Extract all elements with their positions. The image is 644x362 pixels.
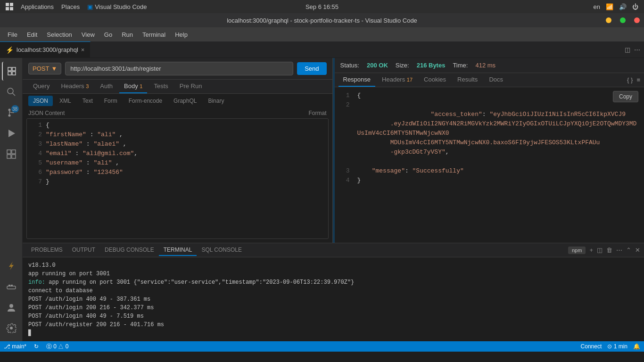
resp-tab-response[interactable]: Response bbox=[339, 73, 376, 87]
grid-icon[interactable] bbox=[6, 3, 13, 10]
activity-bar: 38 bbox=[0, 58, 23, 341]
menu-run[interactable]: Run bbox=[118, 29, 137, 40]
term-line-1: v18.13.0 bbox=[28, 261, 638, 270]
workspace: 38 bbox=[0, 58, 644, 352]
add-terminal-icon[interactable]: + bbox=[589, 247, 593, 254]
close-terminal-icon[interactable]: ✕ bbox=[635, 247, 640, 254]
svg-point-18 bbox=[9, 304, 13, 308]
sync-icon[interactable]: ↻ bbox=[34, 343, 39, 350]
tab-close-button[interactable]: × bbox=[81, 46, 85, 53]
activity-explorer[interactable] bbox=[2, 62, 21, 81]
resp-tab-actions: { } ≡ bbox=[627, 76, 640, 83]
menu-view[interactable]: View bbox=[78, 29, 99, 40]
term-line-3: info: app running on port 3001 {"service… bbox=[28, 278, 638, 287]
activity-account[interactable] bbox=[2, 298, 21, 317]
method-dropdown[interactable]: POST ▼ bbox=[28, 63, 61, 74]
svg-rect-2 bbox=[8, 72, 11, 75]
power-icon: ⏻ bbox=[632, 3, 638, 10]
more-resp-icon[interactable]: ≡ bbox=[636, 76, 640, 83]
body-tab-graphql[interactable]: GraphQL bbox=[169, 96, 201, 106]
status-value: 200 OK bbox=[367, 62, 388, 69]
activity-extensions[interactable] bbox=[2, 145, 21, 164]
maximize-button[interactable] bbox=[616, 13, 630, 27]
body-badge: 1 bbox=[140, 83, 142, 89]
split-editor-icon[interactable]: ◫ bbox=[625, 46, 630, 53]
tab-tests[interactable]: Tests bbox=[149, 80, 173, 93]
vscode-taskbar[interactable]: ▣ Visual Studio Code bbox=[87, 3, 147, 10]
tab-body[interactable]: Body 1 bbox=[119, 80, 147, 93]
more-terminal-icon[interactable]: ⋯ bbox=[616, 247, 622, 254]
kill-terminal-icon[interactable]: 🗑 bbox=[606, 247, 612, 254]
tab-pre-run[interactable]: Pre Run bbox=[175, 80, 207, 93]
svg-point-7 bbox=[8, 115, 10, 117]
svg-rect-10 bbox=[7, 150, 11, 154]
window-controls[interactable] bbox=[602, 13, 644, 27]
resp-tab-docs[interactable]: Docs bbox=[484, 73, 508, 87]
send-button[interactable]: Send bbox=[297, 62, 326, 75]
menu-go[interactable]: Go bbox=[100, 29, 116, 40]
bottom-bar-right: Connect ⊙ 1 min 🔔 bbox=[581, 343, 640, 350]
minimize-button[interactable] bbox=[602, 13, 616, 27]
wifi-icon: 📶 bbox=[606, 3, 613, 10]
lang-indicator: en bbox=[594, 3, 600, 10]
terminal-tab-problems[interactable]: PROBLEMS bbox=[26, 245, 67, 256]
menu-terminal[interactable]: Terminal bbox=[139, 29, 169, 40]
svg-rect-16 bbox=[8, 285, 10, 286]
tab-bar: ⚡ localhost:3000/graphql × ◫ ⋯ bbox=[0, 41, 644, 58]
terminal-tab-debug[interactable]: DEBUG CONSOLE bbox=[100, 245, 159, 256]
json-editor[interactable]: 1 { 2 "firstName" : "ali" , 3 bbox=[26, 118, 329, 239]
terminal-tab-terminal[interactable]: TERMINAL bbox=[159, 245, 197, 256]
body-tab-text[interactable]: Text bbox=[78, 96, 98, 106]
body-tab-form[interactable]: Form bbox=[99, 96, 122, 106]
body-tab-xml[interactable]: XML bbox=[55, 96, 76, 106]
git-branch[interactable]: ⎇ main* bbox=[4, 343, 26, 350]
request-panel: POST ▼ Send Query Headers 3 Auth Body 1 … bbox=[23, 58, 333, 243]
format-button[interactable]: Format bbox=[308, 110, 326, 116]
tab-graphql[interactable]: ⚡ localhost:3000/graphql × bbox=[0, 41, 91, 58]
body-tab-binary[interactable]: Binary bbox=[203, 96, 229, 106]
url-input[interactable] bbox=[65, 62, 293, 75]
term-line-2: app running on port 3001 bbox=[28, 270, 638, 278]
resp-tab-headers[interactable]: Headers 17 bbox=[377, 73, 417, 87]
resp-tab-cookies[interactable]: Cookies bbox=[419, 73, 451, 87]
activity-source-control[interactable]: 38 bbox=[2, 103, 21, 122]
term-line-6: POST /auth/login 200 216 - 342.377 ms bbox=[28, 304, 638, 312]
body-tab-form-encode[interactable]: Form-encode bbox=[124, 96, 167, 106]
split-terminal-icon[interactable]: ◫ bbox=[597, 247, 603, 254]
resp-tab-results[interactable]: Results bbox=[453, 73, 482, 87]
tab-auth[interactable]: Auth bbox=[95, 80, 117, 93]
activity-run[interactable] bbox=[2, 124, 21, 143]
errors-warnings[interactable]: ⓪ 0 △ 0 bbox=[46, 343, 68, 351]
tab-headers[interactable]: Headers 3 bbox=[56, 80, 93, 93]
thunder-icon: ⚡ bbox=[6, 46, 14, 54]
svg-marker-9 bbox=[8, 130, 15, 137]
close-button[interactable] bbox=[630, 13, 644, 27]
body-tab-json[interactable]: JSON bbox=[28, 96, 53, 106]
code-line-2: 2 "firstName" : "ali" , bbox=[33, 130, 322, 140]
svg-rect-0 bbox=[8, 67, 11, 71]
menu-file[interactable]: File bbox=[4, 29, 21, 40]
tab-query[interactable]: Query bbox=[28, 80, 54, 93]
activity-thunder[interactable] bbox=[2, 256, 21, 275]
method-label: POST bbox=[33, 65, 49, 72]
terminal-tab-output[interactable]: OUTPUT bbox=[67, 245, 100, 256]
activity-search[interactable] bbox=[2, 82, 21, 101]
menu-help[interactable]: Help bbox=[171, 29, 191, 40]
format-json-icon[interactable]: { } bbox=[627, 76, 633, 83]
term-line-9: ▊ bbox=[28, 329, 638, 337]
maximize-terminal-icon[interactable]: ⌃ bbox=[626, 247, 631, 254]
connect-button[interactable]: Connect bbox=[581, 343, 602, 350]
notifications-icon[interactable]: 🔔 bbox=[633, 343, 640, 350]
terminal-tab-sql[interactable]: SQL CONSOLE bbox=[197, 245, 247, 256]
activity-docker[interactable] bbox=[2, 277, 21, 296]
menu-edit[interactable]: Edit bbox=[23, 29, 41, 40]
places-menu[interactable]: Places bbox=[61, 3, 80, 10]
menu-selection[interactable]: Selection bbox=[43, 29, 75, 40]
response-status-row: Status: 200 OK Size: 216 Bytes Time: 412… bbox=[335, 58, 644, 73]
tab-label: localhost:3000/graphql bbox=[17, 46, 78, 53]
copy-button[interactable]: Copy bbox=[613, 91, 638, 102]
title-bar: localhost:3000/graphql - stock-portfolio… bbox=[0, 13, 644, 27]
more-actions-icon[interactable]: ⋯ bbox=[634, 46, 640, 53]
applications-menu[interactable]: Applications bbox=[21, 3, 54, 10]
activity-settings[interactable] bbox=[2, 319, 21, 337]
